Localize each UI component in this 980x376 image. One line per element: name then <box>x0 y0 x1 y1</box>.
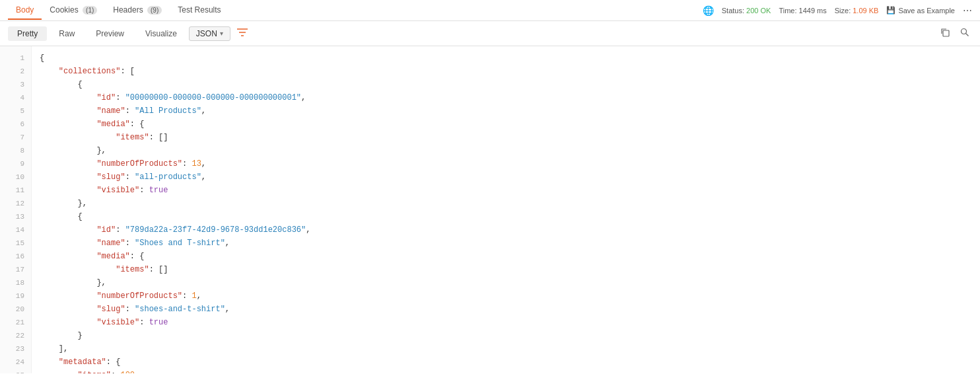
brace-token: }, <box>40 278 106 287</box>
line-number: 20 <box>0 303 31 316</box>
str-token: "00000000-000000-000000-000000000001" <box>125 93 301 102</box>
format-bar: Pretty Raw Preview Visualize JSON ▾ <box>0 21 980 46</box>
num-token: 1 <box>192 291 196 301</box>
code-line: "id": "789da22a-23f7-42d9-9678-93dd1e20c… <box>40 223 972 237</box>
status-bar: 🌐 Status: 200 OK Time: 1449 ms Size: 1.0… <box>703 5 972 16</box>
comma-token: , <box>201 159 206 169</box>
colon-token: : { <box>106 357 121 367</box>
save-as-example-button[interactable]: 💾 Save as Example <box>886 6 955 15</box>
code-line: "name": "Shoes and T-shirt", <box>40 237 972 250</box>
colon-token: : <box>182 159 192 169</box>
filter-button[interactable] <box>233 25 252 42</box>
format-select[interactable]: JSON ▾ <box>189 26 230 41</box>
code-line: "media": { <box>40 250 972 263</box>
key-token: "media" <box>40 120 130 129</box>
line-number: 7 <box>0 131 31 144</box>
comma-token: , <box>301 93 306 102</box>
size-label: Size: 1.09 KB <box>835 7 879 15</box>
save-example-label: Save as Example <box>898 7 955 15</box>
colon-token: : <box>125 239 135 248</box>
colon-token: : <box>125 305 135 314</box>
code-line: "visible": true <box>40 184 972 197</box>
line-numbers: 1234567891011121314151617181920212223242… <box>0 46 32 373</box>
status-label: Status: 200 OK <box>722 7 771 15</box>
chevron-down-icon: ▾ <box>220 30 223 37</box>
code-area: 1234567891011121314151617181920212223242… <box>0 46 980 373</box>
fmt-tab-pretty[interactable]: Pretty <box>8 26 47 41</box>
format-tabs: Pretty Raw Preview Visualize JSON ▾ <box>8 25 252 42</box>
code-line: "slug": "all-products", <box>40 170 972 184</box>
format-select-value: JSON <box>196 29 217 38</box>
comma-token: , <box>201 106 206 116</box>
line-number: 24 <box>0 356 31 369</box>
colon-token: : <box>116 225 125 235</box>
status-code: 200 OK <box>746 7 771 15</box>
line-number: 18 <box>0 276 31 289</box>
comma-token: , <box>201 172 206 182</box>
key-token: "name" <box>40 239 125 248</box>
fmt-tab-preview[interactable]: Preview <box>87 26 133 41</box>
str-token: "shoes-and-t-shirt" <box>135 305 225 314</box>
brace-token: { <box>40 80 83 89</box>
brace-token: { <box>40 212 83 221</box>
comma-token: , <box>225 305 230 314</box>
code-line: }, <box>40 276 972 289</box>
search-button[interactable] <box>958 26 972 40</box>
colon-token: : <box>125 106 135 116</box>
brace-token: ], <box>40 344 68 354</box>
save-icon: 💾 <box>886 6 895 15</box>
key-token: "name" <box>40 106 125 116</box>
code-line: "numberOfProducts": 13, <box>40 157 972 170</box>
line-number: 1 <box>0 52 31 65</box>
key-token: "slug" <box>40 172 125 182</box>
key-token: "media" <box>40 252 130 261</box>
colon-token: : { <box>130 120 145 129</box>
top-tab-bar: Body Cookies (1) Headers (9) Test Result… <box>0 0 980 21</box>
brace-token: }, <box>40 146 106 155</box>
key-token: "items" <box>40 133 149 142</box>
colon-token: : { <box>130 252 145 261</box>
num-token: 100 <box>120 371 135 373</box>
line-number: 8 <box>0 144 31 157</box>
brace-token: } <box>40 331 83 340</box>
key-token: "id" <box>40 225 116 235</box>
tab-headers[interactable]: Headers (9) <box>105 1 170 20</box>
key-token: "visible" <box>40 318 139 327</box>
more-options-button[interactable]: ⋯ <box>963 5 972 16</box>
code-line: "id": "00000000-000000-000000-0000000000… <box>40 91 972 104</box>
tab-cookies[interactable]: Cookies (1) <box>42 1 105 20</box>
key-token: "numberOfProducts" <box>40 291 182 301</box>
time-label: Time: 1449 ms <box>779 7 826 15</box>
line-number: 5 <box>0 104 31 118</box>
code-line: "numberOfProducts": 1, <box>40 289 972 303</box>
code-line: } <box>40 329 972 342</box>
tab-body[interactable]: Body <box>8 1 42 20</box>
colon-token: : [] <box>149 265 168 274</box>
fmt-tab-raw[interactable]: Raw <box>50 26 84 41</box>
key-token: "id" <box>40 93 116 102</box>
colon-token: : [ <box>120 67 135 76</box>
colon-token: : <box>111 371 120 373</box>
line-number: 11 <box>0 184 31 197</box>
str-token: "789da22a-23f7-42d9-9678-93dd1e20c836" <box>125 225 306 235</box>
code-line: "name": "All Products", <box>40 104 972 118</box>
line-number: 4 <box>0 91 31 104</box>
copy-button[interactable] <box>938 26 952 40</box>
key-token: "items" <box>40 265 149 274</box>
line-number: 16 <box>0 250 31 263</box>
code-line: { <box>40 52 972 65</box>
code-line: }, <box>40 144 972 157</box>
globe-icon: 🌐 <box>703 5 714 16</box>
comma-token: , <box>225 239 230 248</box>
tab-test-results[interactable]: Test Results <box>170 1 228 20</box>
colon-token: : [] <box>149 133 168 142</box>
code-line: "collections": [ <box>40 65 972 78</box>
format-bar-right <box>938 26 972 40</box>
comma-token: , <box>197 291 201 301</box>
code-line: "items": [] <box>40 263 972 276</box>
line-number: 9 <box>0 157 31 170</box>
code-line: "items": 100, <box>40 369 972 373</box>
code-line: }, <box>40 197 972 210</box>
fmt-tab-visualize[interactable]: Visualize <box>136 26 186 41</box>
colon-token: : <box>139 186 149 195</box>
